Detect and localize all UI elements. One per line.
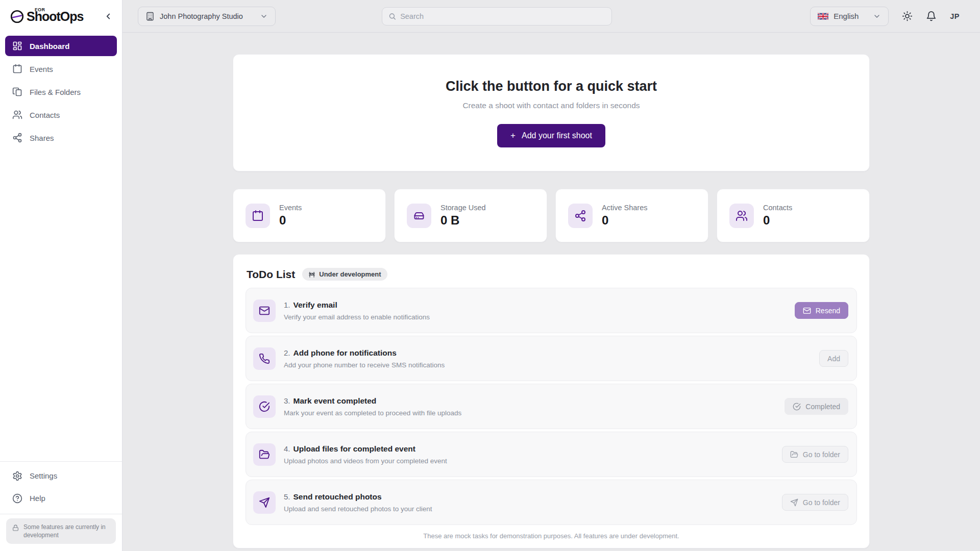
dashboard-icon bbox=[12, 41, 22, 51]
files-icon bbox=[12, 87, 22, 97]
sidebar-item-label: Shares bbox=[30, 134, 54, 142]
task-title: Send retouched photos bbox=[293, 492, 382, 501]
gear-icon bbox=[12, 471, 22, 481]
task-number: 1. bbox=[284, 300, 290, 309]
sidebar-item-files-folders[interactable]: Files & Folders bbox=[5, 82, 117, 102]
brand-tagline: FOR bbox=[35, 7, 45, 12]
stat-label: Events bbox=[279, 204, 302, 212]
task-title: Upload files for completed event bbox=[293, 444, 415, 453]
storage-icon bbox=[413, 210, 425, 222]
sidebar-item-label: Events bbox=[30, 65, 53, 73]
language-label: English bbox=[834, 12, 859, 20]
task-number: 4. bbox=[284, 444, 290, 453]
sidebar-item-label: Contacts bbox=[30, 111, 60, 119]
brand-logo: FOR ShootOps bbox=[10, 9, 83, 24]
sun-icon bbox=[902, 11, 913, 21]
sidebar-item-settings[interactable]: Settings bbox=[5, 466, 117, 486]
company-select[interactable]: John Photography Studio bbox=[138, 7, 276, 26]
sidebar-item-label: Files & Folders bbox=[30, 88, 81, 96]
phone-icon bbox=[259, 353, 270, 364]
send-icon-tile bbox=[253, 491, 276, 514]
check-circle-icon bbox=[793, 403, 801, 411]
todo-footer-note: These are mock tasks for demonstration p… bbox=[246, 532, 857, 540]
search-input[interactable] bbox=[400, 12, 605, 20]
avatar[interactable]: JP bbox=[950, 12, 960, 20]
sidebar-item-help[interactable]: Help bbox=[5, 488, 117, 509]
task-description: Verify your email address to enable noti… bbox=[284, 313, 430, 321]
stat-label: Active Shares bbox=[602, 204, 647, 212]
sidebar-collapse-button[interactable] bbox=[104, 12, 113, 21]
phone-icon-tile bbox=[253, 347, 276, 370]
sidebar-footer: Settings Help bbox=[0, 461, 122, 514]
sidebar: FOR ShootOps Dashboard Events Files & Fo… bbox=[0, 0, 122, 551]
sidebar-item-label: Dashboard bbox=[30, 42, 69, 51]
main-content: Click the button for a quick start Creat… bbox=[122, 33, 980, 551]
bell-icon bbox=[926, 11, 937, 21]
stat-label: Contacts bbox=[763, 204, 792, 212]
sidebar-item-contacts[interactable]: Contacts bbox=[5, 105, 117, 125]
badge-label: Under development bbox=[319, 270, 381, 278]
folder-open-icon bbox=[790, 450, 798, 459]
stat-value: 0 bbox=[763, 213, 792, 228]
search-icon bbox=[388, 12, 396, 20]
sidebar-spacer bbox=[0, 151, 122, 461]
stat-value: 0 bbox=[602, 213, 647, 228]
mail-icon-tile bbox=[253, 299, 276, 322]
stat-card-contacts: Contacts 0 bbox=[717, 189, 870, 242]
task-title: Verify email bbox=[293, 300, 337, 309]
stat-label: Storage Used bbox=[440, 204, 486, 212]
task-number: 5. bbox=[284, 492, 290, 501]
sidebar-item-label: Help bbox=[30, 494, 45, 503]
folder-open-icon-tile bbox=[253, 443, 276, 466]
notifications-button[interactable] bbox=[926, 11, 937, 21]
users-icon-tile bbox=[729, 204, 754, 228]
sidebar-item-shares[interactable]: Shares bbox=[5, 128, 117, 148]
send-icon bbox=[259, 497, 270, 508]
go-to-folder-button[interactable]: Go to folder bbox=[782, 446, 848, 463]
folder-open-icon bbox=[259, 449, 270, 460]
todo-title: ToDo List bbox=[247, 268, 295, 281]
stat-value: 0 bbox=[279, 213, 302, 228]
go-to-folder-button[interactable]: Go to folder bbox=[782, 494, 848, 511]
mail-icon bbox=[259, 305, 270, 316]
chevron-down-icon bbox=[873, 12, 881, 20]
add-first-shoot-button[interactable]: + Add your first shoot bbox=[497, 124, 605, 147]
sidebar-nav: Dashboard Events Files & Folders Contact… bbox=[0, 33, 122, 151]
sidebar-item-events[interactable]: Events bbox=[5, 59, 117, 79]
app-root: FOR ShootOps Dashboard Events Files & Fo… bbox=[0, 0, 980, 551]
task-description: Upload photos and videos from your compl… bbox=[284, 457, 447, 465]
task-description: Upload and send retouched photos to your… bbox=[284, 505, 432, 513]
help-circle-icon bbox=[12, 493, 22, 504]
language-select[interactable]: English bbox=[810, 7, 889, 26]
add-first-shoot-label: Add your first shoot bbox=[522, 131, 592, 140]
quick-start-subtitle: Create a shoot with contact and folders … bbox=[462, 101, 640, 110]
go-to-folder-label: Go to folder bbox=[803, 450, 840, 459]
sidebar-item-dashboard[interactable]: Dashboard bbox=[5, 36, 117, 56]
users-icon bbox=[12, 110, 22, 120]
send-icon bbox=[790, 498, 798, 507]
task-number: 3. bbox=[284, 396, 290, 405]
share-icon bbox=[574, 210, 586, 222]
completed-label: Completed bbox=[805, 403, 840, 411]
add-phone-button[interactable]: Add bbox=[819, 350, 848, 367]
barricade-icon bbox=[308, 271, 315, 278]
chevron-left-icon bbox=[104, 12, 113, 21]
calendar-icon bbox=[252, 210, 264, 222]
task-title: Mark event completed bbox=[293, 396, 377, 405]
resend-button[interactable]: Resend bbox=[795, 302, 848, 319]
task-row-add-phone: 2.Add phone for notifications Add your p… bbox=[246, 336, 857, 381]
stat-value: 0 B bbox=[440, 213, 486, 228]
completed-button[interactable]: Completed bbox=[785, 398, 848, 415]
check-circle-icon bbox=[259, 401, 270, 412]
topbar-right: English JP bbox=[810, 7, 960, 26]
chevron-down-icon bbox=[260, 12, 268, 20]
task-title: Add phone for notifications bbox=[293, 348, 397, 357]
resend-label: Resend bbox=[816, 307, 840, 315]
calendar-icon bbox=[12, 64, 22, 74]
share-icon-tile bbox=[568, 204, 593, 228]
main-column: John Photography Studio English bbox=[122, 0, 980, 551]
mail-icon bbox=[803, 307, 811, 315]
todo-card: ToDo List Under development 1.Verify ema… bbox=[233, 254, 870, 548]
theme-toggle-button[interactable] bbox=[902, 11, 913, 21]
storage-icon-tile bbox=[407, 204, 431, 228]
